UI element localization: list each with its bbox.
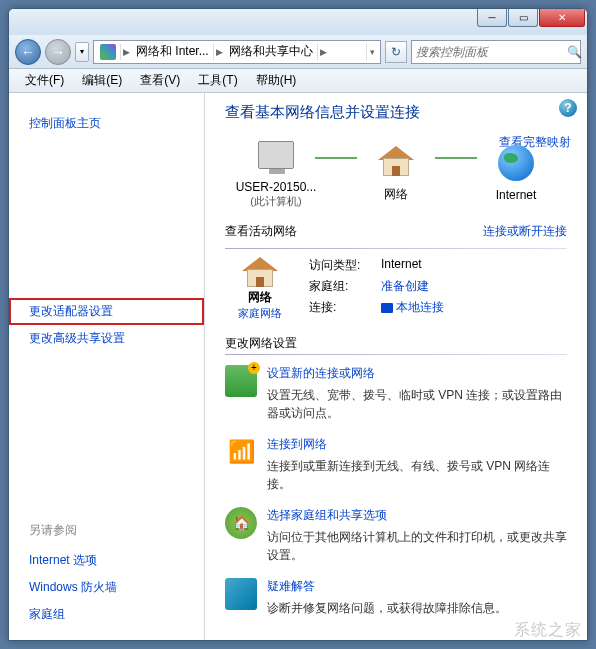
forward-button[interactable]: → bbox=[45, 39, 71, 65]
task-desc: 设置无线、宽带、拨号、临时或 VPN 连接；或设置路由器或访问点。 bbox=[267, 386, 567, 422]
nav-toolbar: ← → ▾ ▶ 网络和 Inter... ▶ 网络和共享中心 ▶ ▾ ↻ 🔍 bbox=[9, 35, 587, 69]
help-icon[interactable]: ? bbox=[559, 99, 577, 117]
crumb-sharing-center[interactable]: 网络和共享中心 bbox=[225, 43, 317, 60]
connection-value: 本地连接 bbox=[396, 300, 444, 314]
sidebar: 控制面板主页 更改适配器设置 更改高级共享设置 另请参阅 Internet 选项… bbox=[9, 93, 205, 640]
task-desc: 访问位于其他网络计算机上的文件和打印机，或更改共享设置。 bbox=[267, 528, 567, 564]
sidebar-adapter-settings[interactable]: 更改适配器设置 bbox=[9, 298, 204, 325]
connection-line bbox=[435, 157, 477, 159]
maximize-button[interactable]: ▭ bbox=[508, 9, 538, 27]
divider bbox=[225, 248, 567, 249]
task-troubleshoot[interactable]: 疑难解答 诊断并修复网络问题，或获得故障排除信息。 bbox=[225, 578, 567, 617]
computer-icon bbox=[258, 141, 294, 169]
search-icon: 🔍 bbox=[567, 45, 582, 59]
divider bbox=[225, 354, 567, 355]
troubleshoot-icon bbox=[225, 578, 257, 610]
control-panel-icon bbox=[100, 44, 116, 60]
close-button[interactable]: ✕ bbox=[539, 9, 585, 27]
crumb-sep-icon[interactable]: ▶ bbox=[120, 44, 132, 60]
node-network[interactable]: 网络 bbox=[351, 140, 441, 203]
crumb-root[interactable] bbox=[96, 44, 120, 60]
sidebar-seealso-label: 另请参阅 bbox=[9, 514, 204, 547]
addr-dropdown-icon[interactable]: ▾ bbox=[366, 44, 378, 60]
titlebar: ─ ▭ ✕ bbox=[9, 9, 587, 35]
connect-disconnect-link[interactable]: 连接或断开连接 bbox=[483, 223, 567, 240]
globe-icon bbox=[498, 145, 534, 181]
nav-history-dropdown[interactable]: ▾ bbox=[75, 42, 89, 62]
connection-link[interactable]: 本地连接 bbox=[381, 299, 567, 316]
task-desc: 诊断并修复网络问题，或获得故障排除信息。 bbox=[267, 599, 507, 617]
homegroup-link[interactable]: 准备创建 bbox=[381, 278, 567, 295]
sidebar-homegroup[interactable]: 家庭组 bbox=[9, 601, 204, 628]
task-connect-network[interactable]: 📶 连接到网络 连接到或重新连接到无线、有线、拨号或 VPN 网络连接。 bbox=[225, 436, 567, 493]
node-internet-label: Internet bbox=[496, 188, 537, 202]
menu-tools[interactable]: 工具(T) bbox=[190, 70, 245, 91]
back-button[interactable]: ← bbox=[15, 39, 41, 65]
task-list: 设置新的连接或网络 设置无线、宽带、拨号、临时或 VPN 连接；或设置路由器或访… bbox=[225, 365, 567, 617]
active-network-block: 网络 家庭网络 访问类型:Internet 家庭组:准备创建 连接:本地连接 bbox=[225, 257, 567, 321]
task-title: 选择家庭组和共享选项 bbox=[267, 507, 567, 524]
network-map: 查看完整映射 USER-20150... (此计算机) 网络 Internet bbox=[225, 134, 567, 209]
network-name: 网络 bbox=[248, 289, 272, 306]
menu-help[interactable]: 帮助(H) bbox=[248, 70, 305, 91]
active-networks-label: 查看活动网络 bbox=[225, 223, 297, 240]
task-setup-connection[interactable]: 设置新的连接或网络 设置无线、宽带、拨号、临时或 VPN 连接；或设置路由器或访… bbox=[225, 365, 567, 422]
house-icon bbox=[242, 257, 278, 287]
task-title: 设置新的连接或网络 bbox=[267, 365, 567, 382]
address-bar[interactable]: ▶ 网络和 Inter... ▶ 网络和共享中心 ▶ ▾ bbox=[93, 40, 381, 64]
sidebar-firewall[interactable]: Windows 防火墙 bbox=[9, 574, 204, 601]
node-pc-sublabel: (此计算机) bbox=[250, 194, 301, 209]
node-net-label: 网络 bbox=[384, 186, 408, 203]
sidebar-advanced-sharing[interactable]: 更改高级共享设置 bbox=[9, 325, 204, 352]
node-this-pc[interactable]: USER-20150... (此计算机) bbox=[231, 134, 321, 209]
connection-key: 连接: bbox=[309, 299, 381, 316]
task-homegroup-sharing[interactable]: 选择家庭组和共享选项 访问位于其他网络计算机上的文件和打印机，或更改共享设置。 bbox=[225, 507, 567, 564]
watermark: 系统之家 bbox=[514, 620, 582, 641]
homegroup-icon bbox=[225, 507, 257, 539]
change-settings-label: 更改网络设置 bbox=[225, 335, 567, 352]
crumb-sep-icon[interactable]: ▶ bbox=[317, 44, 329, 60]
task-title: 连接到网络 bbox=[267, 436, 567, 453]
sidebar-internet-options[interactable]: Internet 选项 bbox=[9, 547, 204, 574]
content-body: 控制面板主页 更改适配器设置 更改高级共享设置 另请参阅 Internet 选项… bbox=[9, 93, 587, 640]
access-type-key: 访问类型: bbox=[309, 257, 381, 274]
control-panel-window: ─ ▭ ✕ ← → ▾ ▶ 网络和 Inter... ▶ 网络和共享中心 ▶ ▾… bbox=[8, 8, 588, 641]
connection-line bbox=[315, 157, 357, 159]
setup-connection-icon bbox=[225, 365, 257, 397]
menu-edit[interactable]: 编辑(E) bbox=[74, 70, 130, 91]
task-title: 疑难解答 bbox=[267, 578, 507, 595]
menu-bar: 文件(F) 编辑(E) 查看(V) 工具(T) 帮助(H) bbox=[9, 69, 587, 93]
main-panel: ? 查看基本网络信息并设置连接 查看完整映射 USER-20150... (此计… bbox=[205, 93, 587, 640]
search-box[interactable]: 🔍 bbox=[411, 40, 581, 64]
minimize-button[interactable]: ─ bbox=[477, 9, 507, 27]
house-icon bbox=[378, 146, 414, 176]
menu-file[interactable]: 文件(F) bbox=[17, 70, 72, 91]
active-networks-section: 查看活动网络 连接或断开连接 网络 家庭网络 访问类型:Internet 家庭组… bbox=[225, 223, 567, 321]
refresh-button[interactable]: ↻ bbox=[385, 41, 407, 63]
task-desc: 连接到或重新连接到无线、有线、拨号或 VPN 网络连接。 bbox=[267, 457, 567, 493]
page-title: 查看基本网络信息并设置连接 bbox=[225, 103, 567, 122]
access-type-value: Internet bbox=[381, 257, 567, 274]
menu-view[interactable]: 查看(V) bbox=[132, 70, 188, 91]
network-type-link[interactable]: 家庭网络 bbox=[238, 306, 282, 321]
search-input[interactable] bbox=[416, 45, 567, 59]
sidebar-home[interactable]: 控制面板主页 bbox=[9, 105, 204, 288]
homegroup-key: 家庭组: bbox=[309, 278, 381, 295]
lan-icon bbox=[381, 303, 393, 313]
crumb-network-internet[interactable]: 网络和 Inter... bbox=[132, 43, 213, 60]
node-pc-label: USER-20150... bbox=[236, 180, 317, 194]
connect-network-icon: 📶 bbox=[225, 436, 257, 468]
crumb-sep-icon[interactable]: ▶ bbox=[213, 44, 225, 60]
change-settings-section: 更改网络设置 设置新的连接或网络 设置无线、宽带、拨号、临时或 VPN 连接；或… bbox=[225, 335, 567, 617]
